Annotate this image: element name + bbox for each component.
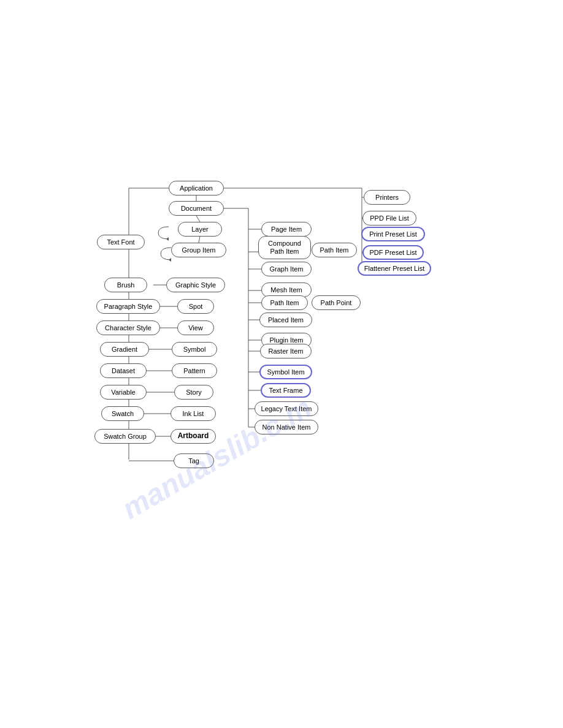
node-story: Story bbox=[174, 385, 213, 400]
node-flattener-preset-list: Flattener Preset List bbox=[358, 261, 431, 276]
node-paragraph-style: Paragraph Style bbox=[96, 299, 160, 314]
svg-line-1 bbox=[196, 216, 200, 222]
node-path-item-mid: Path Item bbox=[312, 243, 357, 257]
node-swatch: Swatch bbox=[101, 406, 144, 421]
node-character-style: Character Style bbox=[96, 320, 160, 335]
node-document: Document bbox=[169, 201, 224, 216]
diagram-container: Application Document Layer Group Item Te… bbox=[0, 0, 563, 728]
svg-marker-50 bbox=[166, 237, 169, 241]
node-path-point: Path Point bbox=[312, 295, 361, 310]
node-print-preset-list: Print Preset List bbox=[361, 227, 425, 241]
node-gradient: Gradient bbox=[100, 342, 149, 357]
node-pdf-preset-list: PDF Preset List bbox=[362, 245, 424, 260]
node-spot: Spot bbox=[177, 299, 214, 314]
node-ink-list: Ink List bbox=[170, 406, 216, 421]
node-dataset: Dataset bbox=[100, 363, 147, 378]
node-symbol-item: Symbol Item bbox=[259, 365, 312, 379]
svg-line-2 bbox=[199, 237, 200, 243]
node-text-frame: Text Frame bbox=[261, 383, 311, 398]
node-tag: Tag bbox=[174, 453, 214, 468]
node-symbol: Symbol bbox=[172, 342, 217, 357]
node-text-font: Text Font bbox=[97, 235, 145, 249]
node-layer: Layer bbox=[178, 222, 222, 237]
node-group-item: Group Item bbox=[171, 243, 226, 257]
node-graphic-style: Graphic Style bbox=[166, 278, 225, 292]
node-page-item: Page Item bbox=[261, 222, 312, 237]
node-variable: Variable bbox=[100, 385, 147, 400]
node-placed-item: Placed Item bbox=[259, 313, 312, 327]
node-compound-path-item: Compound Path Item bbox=[258, 236, 311, 259]
node-brush: Brush bbox=[104, 278, 147, 292]
node-view: View bbox=[177, 320, 214, 335]
node-artboard: Artboard bbox=[170, 429, 216, 444]
node-non-native-item: Non Native Item bbox=[255, 420, 318, 434]
node-ppd-file-list: PPD File List bbox=[362, 211, 416, 226]
node-raster-item: Raster Item bbox=[260, 344, 312, 358]
node-application: Application bbox=[169, 181, 224, 195]
svg-marker-51 bbox=[169, 258, 171, 262]
node-legacy-text-item: Legacy Text Item bbox=[255, 401, 318, 416]
connector-lines bbox=[0, 0, 563, 728]
node-printers: Printers bbox=[364, 190, 410, 205]
node-swatch-group: Swatch Group bbox=[94, 429, 156, 444]
node-pattern: Pattern bbox=[172, 363, 217, 378]
node-graph-item: Graph Item bbox=[261, 262, 312, 276]
node-path-item: Path Item bbox=[261, 295, 308, 310]
